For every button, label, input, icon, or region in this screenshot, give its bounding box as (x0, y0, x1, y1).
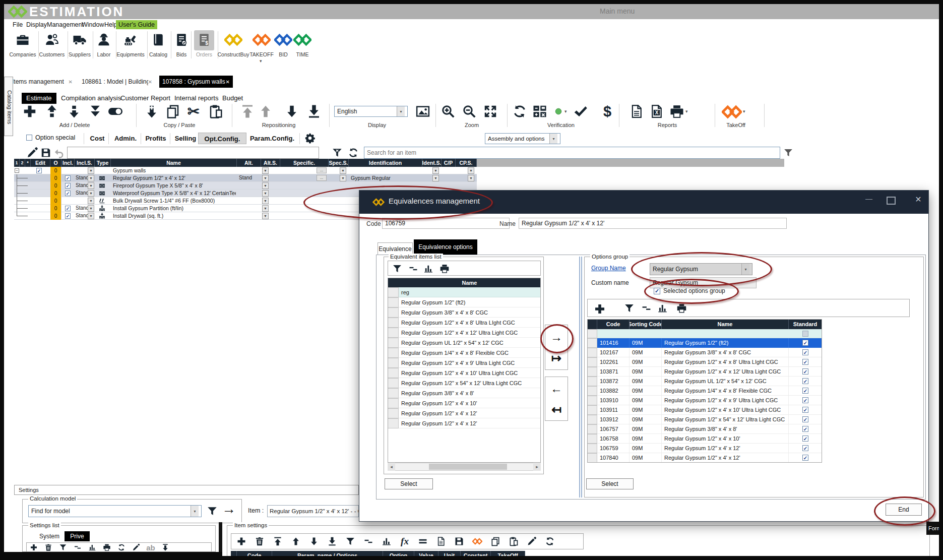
close-icon[interactable]: ✕ (148, 79, 152, 85)
opt-header-code[interactable]: Code (597, 319, 630, 329)
zoom-out-icon[interactable] (462, 104, 477, 119)
opt-row-selector[interactable] (587, 386, 597, 396)
chevron-down-icon[interactable]: ▼ (262, 213, 269, 219)
printer-icon[interactable] (676, 303, 687, 314)
row-up-icon[interactable] (44, 104, 59, 119)
grid-header-ident-s[interactable]: Ident.S. (422, 159, 442, 167)
chevron-down-icon[interactable]: ▾ (685, 109, 688, 114)
refresh-icon[interactable] (348, 147, 359, 158)
search-input[interactable] (364, 147, 780, 159)
funnel-icon[interactable] (59, 543, 67, 551)
scroll-left-arrow[interactable]: ◂ (388, 463, 395, 471)
itemset-header-param-name-options[interactable]: Param. name / Options (272, 551, 383, 560)
eq-row-selector[interactable] (388, 398, 399, 408)
grid-header-cp-s[interactable]: CP.S. (456, 159, 477, 167)
chevron-down-icon[interactable]: ▾ (564, 109, 567, 114)
grid-header-spec-s[interactable]: Spec.S. (329, 159, 349, 167)
import-icon[interactable] (161, 543, 169, 551)
grid-header-incl[interactable]: Incl. (61, 159, 75, 167)
incl-checkbox[interactable]: ✓ (65, 175, 71, 181)
check-icon[interactable] (573, 104, 588, 119)
chevron-down-icon[interactable]: ▼ (340, 175, 346, 181)
ab-icon[interactable]: ab (147, 543, 155, 551)
standard-checkbox[interactable]: ✓ (802, 378, 808, 384)
chart-icon[interactable] (423, 264, 433, 274)
specific-ellipsis-button[interactable]: ... (317, 167, 327, 173)
chevron-down-icon[interactable]: ▼ (262, 167, 269, 174)
up-bar-icon[interactable] (273, 536, 283, 546)
specific-ellipsis-button[interactable]: ... (317, 175, 327, 181)
grid-header-alt-s[interactable]: Alt.S. (261, 159, 280, 167)
options-table-row[interactable]: 10391209MRegular Gypsum 1/2" x 54" x 12'… (597, 415, 822, 424)
chevron-down-icon[interactable]: ▾ (191, 506, 199, 517)
chevron-down-icon[interactable]: ▼ (88, 190, 94, 197)
minimize-button[interactable]: — (861, 195, 876, 207)
grid-header-2[interactable]: 2 (20, 159, 25, 167)
standard-checkbox[interactable]: ✓ (802, 445, 808, 451)
up-bar-icon[interactable] (240, 104, 255, 119)
paste-add-icon[interactable] (144, 104, 159, 119)
trash-icon[interactable] (255, 536, 265, 546)
config-button-selling[interactable]: Selling (172, 133, 199, 144)
right-select-button[interactable]: Select (586, 478, 634, 489)
clipboard-icon[interactable] (208, 104, 223, 119)
expand-collapse-icon[interactable]: − (15, 168, 19, 173)
apply-model-arrow-icon[interactable]: → (222, 501, 236, 517)
pencil-icon[interactable] (527, 536, 537, 546)
incl-checkbox[interactable]: ✓ (65, 206, 71, 211)
options-table-row[interactable]: 10387109MRegular Gypsum 1/2" x 4' x 12' … (597, 367, 822, 377)
close-icon[interactable]: ✕ (226, 79, 230, 85)
options-table-row[interactable]: 10387209MRegular Gypsum UL 1/2" x 54" x … (597, 377, 822, 386)
edit-checkbox[interactable]: ✓ (36, 168, 42, 173)
tab-estimate[interactable]: Estimate (22, 93, 56, 104)
chevron-down-icon[interactable]: ▾ (743, 109, 745, 114)
funnel-icon[interactable] (392, 264, 402, 274)
constructbuy-icon[interactable] (224, 33, 242, 46)
o-cell[interactable]: 0 (50, 197, 61, 205)
options-table-row[interactable]: 10784009MRegular Gypsum 1/2" x 4' x 12'✓ (597, 453, 822, 463)
grid-row[interactable]: 0✓Stand▼Regular Gypsum 1/2" x 4' x 12'St… (14, 174, 477, 182)
left-select-button[interactable]: Select (385, 478, 433, 489)
o-cell[interactable]: 0 (50, 205, 61, 212)
dialog-tab-equivalence-options[interactable]: Equivalence options (414, 239, 477, 255)
equivalent-item-row[interactable]: Regular Gypsum 1/2" x 4' x 12' (399, 408, 541, 418)
config-button-param-config[interactable]: Param.Config. (247, 133, 297, 144)
opt-row-selector[interactable] (587, 357, 597, 367)
eq-row-selector[interactable] (388, 378, 399, 388)
down-icon[interactable] (284, 104, 299, 119)
minus-eq-icon[interactable] (408, 264, 418, 274)
arrow-right-from-bar-button[interactable]: ↦ (548, 350, 565, 367)
maximize-button[interactable] (887, 197, 896, 205)
opt-header-name[interactable]: Name (662, 319, 789, 329)
opt-filter-row[interactable] (597, 329, 822, 338)
takeoff-icon[interactable] (253, 33, 271, 46)
equivalent-item-row[interactable]: Regular Gypsum 1/4" x 4' x 8' Flexible C… (399, 348, 541, 358)
tab-prive[interactable]: Prive (65, 531, 90, 541)
options-table-row[interactable]: 10391009MRegular Gypsum 1/2" x 4' x 9' U… (597, 396, 822, 405)
options-table-row[interactable]: 10675709MRegular Gypsum 3/8" x 4' x 8'✓ (597, 424, 822, 434)
toolbar-item-time[interactable]: TIME (280, 51, 325, 57)
undo-icon[interactable] (53, 148, 65, 159)
chart-icon[interactable] (382, 536, 392, 546)
grid-header-name[interactable]: Name (111, 159, 237, 167)
eq-row-selector[interactable] (388, 388, 399, 398)
plus-icon[interactable] (594, 303, 606, 315)
opt-row-selector[interactable] (587, 405, 597, 415)
tab-internal-reports[interactable]: Internal reports (170, 93, 223, 104)
chevron-down-icon[interactable]: ▼ (88, 198, 94, 204)
chevron-down-icon[interactable]: ▼ (468, 175, 474, 181)
bids-icon[interactable] (174, 32, 189, 47)
floppy-icon[interactable] (40, 147, 51, 158)
excel-icon[interactable]: X (649, 104, 664, 119)
options-table-row[interactable]: 10675909MRegular Gypsum 1/2" x 4' x 12'✓ (597, 444, 822, 453)
item-value-field[interactable]: Regular Gypsum 1/2" x 4' x 12' - - Gypsu… (267, 505, 359, 517)
bid-icon[interactable] (274, 33, 292, 46)
options-table-row[interactable]: 10141609MRegular Gypsum 1/2" (ft2)✓ (597, 338, 822, 348)
close-icon[interactable]: ✕ (69, 79, 73, 85)
eq-row-selector[interactable] (388, 408, 399, 418)
chevron-down-icon[interactable]: ▼ (432, 167, 439, 174)
down-icon[interactable] (309, 536, 319, 546)
scroll-thumb[interactable] (429, 464, 507, 470)
equivalent-item-row[interactable]: Regular Gypsum 1/2" x 4' x 12' Ultra Lig… (399, 328, 541, 338)
standard-checkbox[interactable]: ✓ (802, 340, 808, 346)
